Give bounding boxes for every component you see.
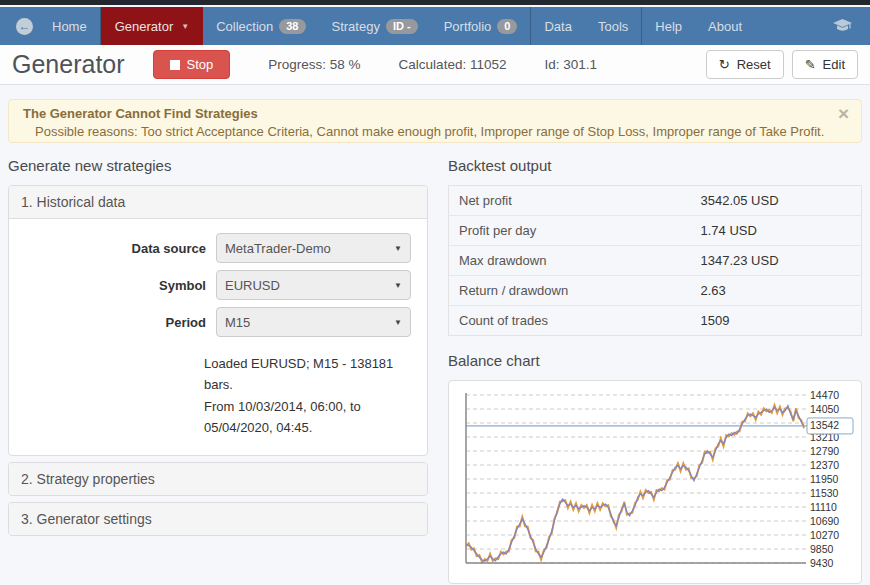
nav-label-generator: Generator xyxy=(115,19,174,34)
stat-label: Profit per day xyxy=(449,216,691,246)
svg-text:10690: 10690 xyxy=(810,515,839,527)
refresh-icon: ↻ xyxy=(719,58,730,71)
stat-value: 1.74 USD xyxy=(691,216,862,246)
svg-text:11530: 11530 xyxy=(810,487,839,499)
nav-item-data[interactable]: Data xyxy=(531,7,584,45)
top-strip xyxy=(0,0,870,5)
symbol-value: EURUSD xyxy=(225,278,280,293)
nav-label-tools: Tools xyxy=(598,19,628,34)
close-icon[interactable]: × xyxy=(838,104,849,123)
loaded-data-line2: From 10/03/2014, 06:00, to 05/04/2020, 0… xyxy=(204,396,417,439)
accordion-header-generator-settings[interactable]: 3. Generator settings xyxy=(9,503,427,535)
page-title: Generator xyxy=(12,50,125,79)
stat-value: 1347.23 USD xyxy=(691,246,862,276)
svg-text:11110: 11110 xyxy=(810,501,837,513)
stat-value: 3542.05 USD xyxy=(691,186,862,216)
loaded-data-line1: Loaded EURUSD; M15 - 138181 bars. xyxy=(204,353,417,396)
strategy-properties-card: 2. Strategy properties xyxy=(8,462,428,496)
portfolio-count-badge: 0 xyxy=(497,19,517,34)
stop-square-icon xyxy=(170,60,180,70)
balance-chart-title: Balance chart xyxy=(448,352,862,369)
period-value: M15 xyxy=(225,315,250,330)
data-source-label: Data source xyxy=(19,241,216,256)
stat-label: Return / drawdown xyxy=(449,276,691,306)
nav-item-tools[interactable]: Tools xyxy=(585,7,641,45)
reset-button[interactable]: ↻ Reset xyxy=(706,50,784,79)
table-row: Count of trades 1509 xyxy=(449,306,862,336)
main-navbar: ← Home Generator ▼ Collection 38 Strateg… xyxy=(0,7,870,45)
accordion-header-strategy-properties[interactable]: 2. Strategy properties xyxy=(9,463,427,495)
nav-item-portfolio[interactable]: Portfolio 0 xyxy=(431,7,531,45)
edit-button-label: Edit xyxy=(823,57,845,72)
svg-text:9850: 9850 xyxy=(810,543,834,555)
symbol-row: Symbol EURUSD ▼ xyxy=(19,270,417,300)
svg-text:11950: 11950 xyxy=(810,473,839,485)
table-row: Net profit 3542.05 USD xyxy=(449,186,862,216)
svg-text:13542: 13542 xyxy=(810,419,839,431)
nav-label-about: About xyxy=(708,19,742,34)
period-select[interactable]: M15 ▼ xyxy=(216,307,411,337)
stat-value: 2.63 xyxy=(691,276,862,306)
table-row: Profit per day 1.74 USD xyxy=(449,216,862,246)
reset-button-label: Reset xyxy=(737,57,771,72)
balance-chart-panel: 1447014050132101279012370119501153011110… xyxy=(448,380,862,584)
nav-right-group xyxy=(833,7,870,45)
accordion-header-historical-data[interactable]: 1. Historical data xyxy=(9,186,427,219)
stop-button[interactable]: Stop xyxy=(153,50,231,79)
chevron-down-icon: ▼ xyxy=(181,22,189,31)
nav-pad xyxy=(0,7,10,45)
svg-text:9430: 9430 xyxy=(810,557,834,569)
nav-item-home[interactable]: Home xyxy=(39,7,100,45)
back-circle-icon[interactable]: ← xyxy=(16,18,33,35)
nav-item-about[interactable]: About xyxy=(695,7,755,45)
nav-label-data: Data xyxy=(544,19,571,34)
data-source-row: Data source MetaTrader-Demo ▼ xyxy=(19,233,417,263)
page-header: Generator Stop Progress: 58 % Calculated… xyxy=(0,45,870,85)
data-source-value: MetaTrader-Demo xyxy=(225,241,331,256)
warning-title: The Generator Cannot Find Strategies xyxy=(23,106,831,121)
chevron-down-icon: ▼ xyxy=(394,244,402,253)
data-source-select[interactable]: MetaTrader-Demo ▼ xyxy=(216,233,411,263)
nav-item-strategy[interactable]: Strategy ID - xyxy=(319,7,431,45)
svg-text:14470: 14470 xyxy=(810,389,839,401)
progress-text: Progress: 58 % xyxy=(268,57,360,72)
symbol-select[interactable]: EURUSD ▼ xyxy=(216,270,411,300)
loaded-data-info: Loaded EURUSD; M15 - 138181 bars. From 1… xyxy=(204,353,417,439)
stat-value: 1509 xyxy=(691,306,862,336)
edit-button[interactable]: ✎ Edit xyxy=(792,50,858,79)
chevron-down-icon: ▼ xyxy=(394,281,402,290)
nav-label-collection: Collection xyxy=(216,19,273,34)
strategy-id-badge: ID - xyxy=(386,19,418,34)
period-label: Period xyxy=(19,315,216,330)
svg-text:12790: 12790 xyxy=(810,445,839,457)
generator-settings-card: 3. Generator settings xyxy=(8,502,428,536)
svg-text:12370: 12370 xyxy=(810,459,839,471)
warning-banner: The Generator Cannot Find Strategies Pos… xyxy=(8,99,862,143)
nav-label-strategy: Strategy xyxy=(332,19,380,34)
table-row: Max drawdown 1347.23 USD xyxy=(449,246,862,276)
nav-item-collection[interactable]: Collection 38 xyxy=(203,7,318,45)
nav-item-generator[interactable]: Generator ▼ xyxy=(101,7,203,45)
graduation-cap-icon[interactable] xyxy=(833,19,852,33)
stop-button-label: Stop xyxy=(187,57,214,72)
symbol-label: Symbol xyxy=(19,278,216,293)
nav-label-portfolio: Portfolio xyxy=(444,19,492,34)
stat-label: Max drawdown xyxy=(449,246,691,276)
generate-section-title: Generate new strategies xyxy=(8,157,428,174)
nav-label-help: Help xyxy=(655,19,682,34)
period-row: Period M15 ▼ xyxy=(19,307,417,337)
balance-chart: 1447014050132101279012370119501153011110… xyxy=(454,387,856,577)
collection-count-badge: 38 xyxy=(279,19,305,34)
nav-item-help[interactable]: Help xyxy=(642,7,695,45)
stat-label: Net profit xyxy=(449,186,691,216)
svg-text:10270: 10270 xyxy=(810,529,839,541)
stat-label: Count of trades xyxy=(449,306,691,336)
chevron-down-icon: ▼ xyxy=(394,318,402,327)
historical-data-body: Data source MetaTrader-Demo ▼ Symbol EUR… xyxy=(9,219,427,455)
backtest-stats-table: Net profit 3542.05 USD Profit per day 1.… xyxy=(448,185,862,336)
table-row: Return / drawdown 2.63 xyxy=(449,276,862,306)
calculated-text: Calculated: 11052 xyxy=(399,57,507,72)
pencil-icon: ✎ xyxy=(805,58,816,71)
historical-data-card: 1. Historical data Data source MetaTrade… xyxy=(8,185,428,456)
nav-label-home: Home xyxy=(52,19,87,34)
